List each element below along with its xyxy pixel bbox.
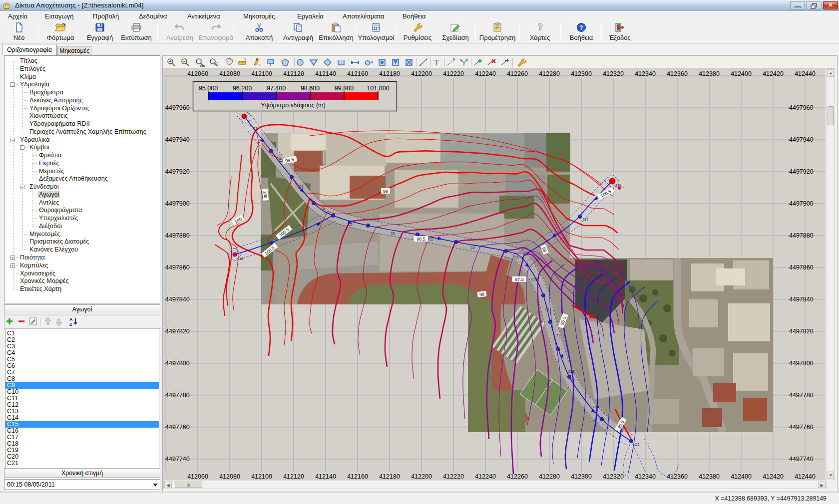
- svg-text:412340: 412340: [635, 70, 656, 77]
- svg-text:98.600: 98.600: [301, 85, 320, 92]
- svg-text:Z: Z: [69, 322, 72, 327]
- svg-text:412380: 412380: [699, 70, 720, 77]
- svg-text:97.5: 97.5: [515, 277, 524, 282]
- svg-text:412160: 412160: [347, 473, 368, 480]
- svg-text:114: 114: [238, 257, 243, 260]
- svg-text:4497760: 4497760: [165, 424, 190, 431]
- svg-text:412220: 412220: [443, 473, 464, 480]
- svg-text:412060: 412060: [187, 70, 208, 77]
- svg-text:412120: 412120: [283, 70, 304, 77]
- svg-text:412100: 412100: [251, 473, 272, 480]
- svg-text:412240: 412240: [475, 70, 496, 77]
- svg-text:C11: C11: [545, 307, 551, 311]
- svg-text:412140: 412140: [315, 70, 336, 77]
- svg-text:21: 21: [248, 119, 252, 123]
- svg-text:412440: 412440: [795, 70, 816, 77]
- svg-text:100: 100: [200, 64, 205, 67]
- svg-text:412300: 412300: [571, 473, 592, 480]
- svg-text:412140: 412140: [315, 473, 336, 480]
- svg-text:412320: 412320: [603, 70, 624, 77]
- svg-text:412240: 412240: [475, 473, 496, 480]
- svg-text:C15: C15: [617, 429, 623, 433]
- svg-text:C2: C2: [279, 159, 283, 162]
- svg-text:Υψόμετρο εδάφους (m): Υψόμετρο εδάφους (m): [261, 102, 325, 109]
- svg-text:4497920: 4497920: [165, 168, 190, 175]
- svg-text:4497900: 4497900: [165, 200, 190, 207]
- svg-text:4497880: 4497880: [165, 232, 190, 239]
- svg-text:?: ?: [579, 24, 583, 31]
- svg-text:4497800: 4497800: [789, 360, 814, 367]
- svg-text:C10: C10: [531, 277, 537, 281]
- svg-text:C9: C9: [514, 255, 519, 259]
- svg-text:4497900: 4497900: [789, 200, 814, 207]
- svg-text:4497820: 4497820: [165, 328, 190, 335]
- svg-text:4497740: 4497740: [789, 456, 814, 463]
- svg-text:100: 100: [262, 191, 268, 199]
- svg-text:A: A: [69, 317, 73, 322]
- svg-text:98.5: 98.5: [417, 237, 425, 242]
- svg-text:412320: 412320: [603, 473, 624, 480]
- svg-text:4497740: 4497740: [165, 456, 190, 463]
- svg-text:4497860: 4497860: [165, 264, 190, 271]
- svg-text:412200: 412200: [411, 70, 432, 77]
- svg-text:C7: C7: [429, 238, 434, 242]
- svg-text:4497840: 4497840: [165, 296, 190, 303]
- svg-text:101.000: 101.000: [367, 85, 389, 92]
- svg-text:4497780: 4497780: [165, 392, 190, 399]
- svg-text:4497840: 4497840: [789, 296, 814, 303]
- svg-text:T: T: [434, 58, 439, 67]
- svg-text:412180: 412180: [379, 70, 400, 77]
- svg-text:121: 121: [583, 218, 588, 221]
- svg-text:412300: 412300: [571, 70, 592, 77]
- svg-text:412360: 412360: [667, 70, 688, 77]
- svg-text:412420: 412420: [763, 473, 784, 480]
- svg-text:C14: C14: [593, 405, 599, 409]
- svg-text:412100: 412100: [251, 70, 272, 77]
- svg-text:4497820: 4497820: [789, 328, 814, 335]
- svg-text:412400: 412400: [731, 473, 752, 480]
- svg-text:4497800: 4497800: [165, 360, 190, 367]
- svg-text:110: 110: [616, 184, 621, 187]
- svg-text:98: 98: [479, 291, 484, 297]
- svg-text:412260: 412260: [507, 70, 528, 77]
- svg-text:412220: 412220: [443, 70, 464, 77]
- svg-text:C4: C4: [321, 207, 325, 211]
- svg-text:C5: C5: [348, 223, 353, 226]
- svg-text:412160: 412160: [347, 70, 368, 77]
- svg-text:99.800: 99.800: [335, 85, 354, 92]
- svg-text:412420: 412420: [763, 70, 784, 77]
- svg-text:412400: 412400: [731, 70, 752, 77]
- svg-text:412080: 412080: [219, 70, 240, 77]
- svg-text:C12: C12: [554, 333, 560, 337]
- svg-text:95.000: 95.000: [199, 85, 218, 92]
- svg-text:412360: 412360: [667, 473, 688, 480]
- svg-text:C1: C1: [253, 127, 258, 130]
- svg-text:4497920: 4497920: [789, 168, 814, 175]
- svg-text:412080: 412080: [219, 473, 240, 480]
- svg-text:412260: 412260: [507, 473, 528, 480]
- svg-text:4497780: 4497780: [789, 392, 814, 399]
- svg-text:412120: 412120: [283, 473, 304, 480]
- svg-text:4497940: 4497940: [165, 136, 190, 143]
- svg-text:4497960: 4497960: [165, 104, 190, 111]
- svg-text:97.400: 97.400: [267, 85, 286, 92]
- svg-text:96.200: 96.200: [233, 85, 252, 92]
- svg-text:C8: C8: [470, 246, 475, 250]
- svg-text:412280: 412280: [539, 70, 560, 77]
- svg-text:C6: C6: [391, 232, 395, 235]
- svg-text:412340: 412340: [635, 473, 656, 480]
- svg-text:?: ?: [258, 63, 261, 67]
- svg-text:412060: 412060: [187, 473, 208, 480]
- svg-text:C3: C3: [299, 185, 304, 188]
- svg-text:412180: 412180: [379, 473, 400, 480]
- svg-text:412200: 412200: [411, 473, 432, 480]
- svg-text:4497860: 4497860: [789, 264, 814, 271]
- svg-text:412440: 412440: [795, 473, 816, 480]
- svg-text:C13: C13: [568, 370, 574, 373]
- svg-text:412280: 412280: [539, 473, 560, 480]
- svg-text:99: 99: [383, 189, 388, 194]
- svg-text:4497940: 4497940: [789, 136, 814, 143]
- svg-text:412380: 412380: [699, 473, 720, 480]
- svg-text:4497880: 4497880: [789, 232, 814, 239]
- svg-text:116: 116: [634, 443, 640, 446]
